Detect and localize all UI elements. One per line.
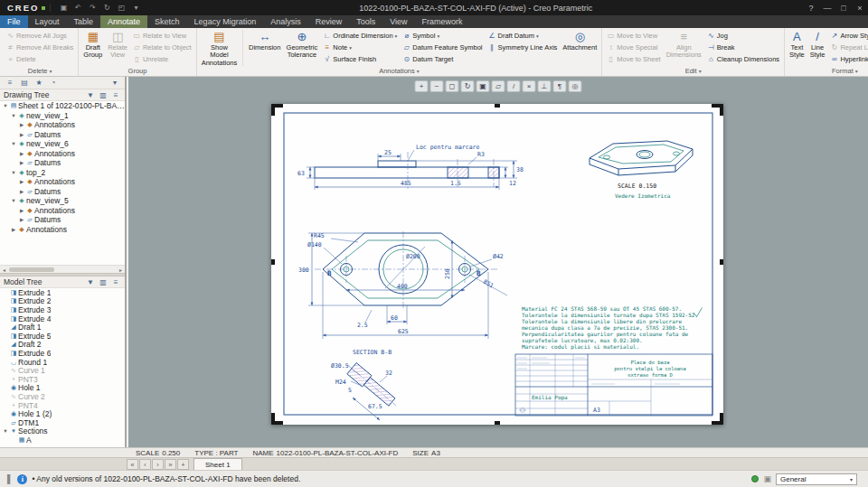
expander-icon[interactable]: ▶ bbox=[18, 160, 25, 165]
tree-columns-icon[interactable]: ▥ bbox=[98, 91, 108, 99]
section-letter-right[interactable]: B bbox=[476, 269, 481, 277]
delete-button[interactable]: ×Delete bbox=[5, 53, 75, 65]
zoom-out-icon[interactable]: − bbox=[430, 80, 444, 92]
drawing-sheet[interactable]: 63 25 485 1.5 R3 38 bbox=[271, 104, 723, 425]
ribbon-tab[interactable]: Review bbox=[308, 15, 350, 28]
ribbon-tab[interactable]: File bbox=[0, 15, 28, 28]
move-to-view-button[interactable]: ▭Move to View bbox=[605, 30, 662, 42]
dim-r3[interactable]: R3 bbox=[477, 151, 485, 158]
tree-item[interactable]: ∿ Curve 2 bbox=[0, 392, 125, 401]
datum-feature-symbol-button[interactable]: ▱Datum Feature Symbol bbox=[401, 42, 484, 53]
tree-item[interactable]: ◨ Extrude 2 bbox=[0, 297, 125, 306]
sheet-tab[interactable]: Sheet 1 bbox=[193, 458, 242, 470]
csys-icon[interactable]: ⊥ bbox=[538, 80, 552, 92]
display-style-icon[interactable]: ▣ bbox=[476, 80, 490, 92]
repeat-last-format-button[interactable]: ↻Repeat Last Format bbox=[828, 42, 868, 53]
group-label-edit[interactable]: Edit▾ bbox=[605, 66, 781, 76]
ribbon-tab[interactable]: Sketch bbox=[147, 15, 187, 28]
tree-item[interactable]: ▶ ◆ Annotations bbox=[0, 120, 125, 130]
ribbon-tab[interactable]: Annotate bbox=[100, 15, 147, 28]
title-block-title-line[interactable]: Placa de baza bbox=[630, 360, 669, 365]
show-model-annotations-button[interactable]: ▤Show Model Annotations bbox=[200, 29, 240, 67]
tree-item[interactable]: ∿ Curve 1 bbox=[0, 366, 125, 375]
dimension-button[interactable]: ↔Dimension bbox=[247, 29, 282, 52]
dim-300[interactable]: 300 bbox=[298, 267, 309, 274]
title-block-title-line[interactable]: extrase forma D bbox=[627, 372, 673, 378]
section-title[interactable]: SECTION B-B bbox=[353, 349, 392, 356]
dim-5[interactable]: 5 bbox=[348, 387, 352, 394]
expander-icon[interactable]: ▶ bbox=[10, 227, 17, 232]
expander-icon[interactable]: ▶ bbox=[18, 217, 25, 222]
new-sheet-button[interactable]: + bbox=[177, 459, 189, 470]
ribbon-tab[interactable]: Analysis bbox=[263, 15, 308, 28]
line-style-button[interactable]: /Line Style bbox=[808, 29, 827, 60]
note-button[interactable]: ≡Note▾ bbox=[321, 42, 399, 53]
close-icon[interactable]: × bbox=[852, 4, 868, 13]
ribbon-tab[interactable]: Table bbox=[67, 15, 101, 28]
model-tree-tab-icon[interactable]: ≡ bbox=[5, 79, 15, 87]
draft-group-button[interactable]: ▦Draft Group bbox=[81, 29, 104, 60]
tree-item[interactable]: ▶ ▱ Datums bbox=[0, 215, 125, 225]
tree-item[interactable]: ▦ A bbox=[0, 435, 125, 445]
dim-30-5[interactable]: Ø30.5 bbox=[331, 362, 349, 370]
dim-12[interactable]: 12 bbox=[509, 180, 516, 187]
tree-item[interactable]: ▼ ◈ new_view_5 bbox=[0, 196, 125, 206]
tree-item[interactable]: ◡ Round 1 bbox=[0, 358, 125, 367]
tree-item[interactable]: ▱ DTM1 bbox=[0, 418, 125, 427]
dim-200[interactable]: Ø200 bbox=[406, 253, 420, 260]
remove-all-breaks-button[interactable]: ≠Remove All Breaks bbox=[5, 42, 75, 53]
dim-67-5[interactable]: 67.5 bbox=[368, 403, 382, 410]
tree-item[interactable]: + PNT4 bbox=[0, 401, 125, 410]
unrelate-button[interactable]: ▯Unrelate bbox=[131, 53, 193, 65]
ribbon-tab[interactable]: View bbox=[382, 15, 414, 28]
align-dimensions-button[interactable]: ≡Align Dimensions bbox=[665, 29, 703, 60]
expander-icon[interactable]: ▶ bbox=[18, 189, 25, 194]
tree-item[interactable]: ▼ ◈ new_view_1 bbox=[0, 111, 125, 121]
draft-datum-button[interactable]: ∠Draft Datum▾ bbox=[486, 30, 559, 42]
dim-485[interactable]: 485 bbox=[401, 180, 411, 187]
geometric-tolerance-button[interactable]: ⊕Geometric Tolerance bbox=[284, 29, 319, 60]
tree-item[interactable]: ◢ Draft 2 bbox=[0, 341, 125, 350]
expander-icon[interactable]: ▼ bbox=[10, 198, 17, 203]
group-label-annotations[interactable]: Annotations▾ bbox=[200, 67, 599, 76]
zoom-in-icon[interactable]: + bbox=[415, 80, 429, 92]
expander-icon[interactable]: ▶ bbox=[18, 122, 25, 127]
remove-all-jogs-button[interactable]: ∿Remove All Jogs bbox=[5, 30, 75, 42]
tree-item[interactable]: ▶ ◆ Annotations bbox=[0, 206, 125, 216]
filter-icon[interactable]: ▼ bbox=[85, 278, 96, 286]
text-style-button[interactable]: AText Style bbox=[788, 29, 807, 60]
dim-400[interactable]: 400 bbox=[397, 283, 408, 290]
symbol-button[interactable]: ⌀Symbol▾ bbox=[401, 30, 484, 42]
title-block-format[interactable]: A3 bbox=[593, 407, 600, 414]
datum-axes-icon[interactable]: / bbox=[507, 80, 521, 92]
tree-item[interactable]: ▶ ◆ Annotations bbox=[0, 149, 125, 159]
cleanup-dimensions-button[interactable]: ⌂Cleanup Dimensions bbox=[705, 53, 781, 65]
tree-item[interactable]: ◨ Extrude 4 bbox=[0, 314, 125, 323]
maximize-icon[interactable]: □ bbox=[835, 4, 852, 13]
tree-settings-icon[interactable]: ≡ bbox=[110, 278, 121, 286]
tree-item[interactable]: ▶ ▱ Datums bbox=[0, 158, 125, 168]
favorites-icon[interactable]: ★ bbox=[33, 79, 44, 87]
tree-item[interactable]: ▶ ◆ Annotations bbox=[0, 225, 125, 235]
scroll-left-icon[interactable]: ◂ bbox=[0, 267, 8, 273]
undo-icon[interactable]: ↶ bbox=[72, 4, 83, 12]
attachment-button[interactable]: ◎Attachment bbox=[561, 29, 599, 52]
hyperlink-button[interactable]: ∞Hyperlink bbox=[828, 53, 868, 65]
note-marcare[interactable]: Loc pentru marcare bbox=[416, 144, 480, 151]
minimize-icon[interactable]: — bbox=[819, 4, 835, 13]
window-icon[interactable]: ◰ bbox=[116, 4, 127, 12]
next-sheet-button[interactable]: › bbox=[152, 459, 164, 470]
model-display-icon[interactable]: ▣ bbox=[763, 474, 771, 483]
dim-38[interactable]: 38 bbox=[516, 166, 524, 173]
dim-250[interactable]: 250 bbox=[444, 268, 451, 279]
annotation-display-icon[interactable]: ¶ bbox=[553, 80, 567, 92]
previous-sheet-button[interactable]: ‹ bbox=[139, 459, 151, 470]
expander-icon[interactable]: ▼ bbox=[2, 103, 9, 108]
tree-item[interactable]: ▼ ◈ top_2 bbox=[0, 168, 125, 178]
datum-target-button[interactable]: ⊙Datum Target bbox=[401, 53, 484, 65]
tree-item[interactable]: ◨ Extrude 3 bbox=[0, 305, 125, 314]
ribbon-tab[interactable]: Framework bbox=[415, 15, 470, 28]
arrow-style-button[interactable]: ↗Arrow Style▾ bbox=[828, 30, 868, 42]
drawing-notes[interactable]: Material FC 24 STAS 568-59 sau OT 45 STA… bbox=[522, 305, 703, 351]
dim-60[interactable]: 60 bbox=[391, 314, 398, 322]
